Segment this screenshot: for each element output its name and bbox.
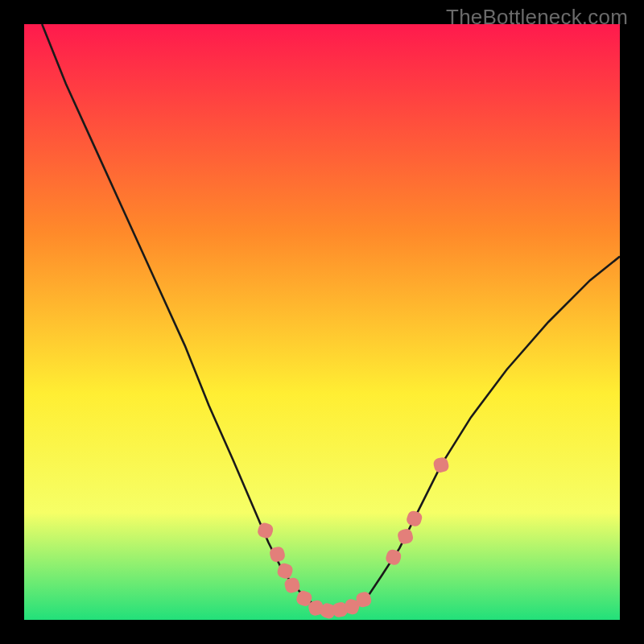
plot-area bbox=[24, 24, 620, 620]
chart-svg bbox=[24, 24, 620, 620]
gradient-bg bbox=[24, 24, 620, 620]
chart-container: TheBottleneck.com bbox=[0, 0, 644, 644]
watermark-text: TheBottleneck.com bbox=[446, 5, 628, 30]
